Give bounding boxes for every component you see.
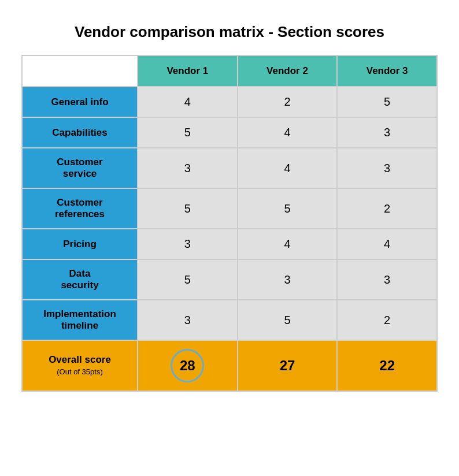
score-vendor2: 2: [238, 87, 338, 117]
page-title: Vendor comparison matrix - Section score…: [21, 23, 438, 41]
score-vendor1: 4: [138, 87, 238, 117]
overall-vendor1: 28: [138, 340, 238, 391]
overall-vendor2: 27: [238, 340, 338, 391]
comparison-matrix: Vendor 1 Vendor 2 Vendor 3 General info4…: [21, 55, 438, 392]
score-vendor1: 5: [138, 188, 238, 229]
score-vendor2: 3: [238, 259, 338, 300]
vendor1-header: Vendor 1: [138, 55, 238, 87]
overall-label: Overall score(Out of 35pts): [22, 340, 138, 391]
score-vendor3: 4: [337, 229, 437, 259]
score-vendor2: 4: [238, 117, 338, 148]
row-label: Pricing: [22, 229, 138, 259]
row-label: Implementationtimeline: [22, 300, 138, 340]
overall-row: Overall score(Out of 35pts)282722: [22, 340, 437, 391]
score-circle-v1: 28: [171, 349, 204, 382]
score-vendor1: 3: [138, 148, 238, 188]
row-label: Capabilities: [22, 117, 138, 148]
table-row: Customerservice343: [22, 148, 437, 188]
row-label: Datasecurity: [22, 259, 138, 300]
score-vendor1: 3: [138, 229, 238, 259]
score-vendor2: 5: [238, 188, 338, 229]
score-vendor2: 5: [238, 300, 338, 340]
score-vendor3: 3: [337, 148, 437, 188]
table-row: Pricing344: [22, 229, 437, 259]
score-vendor3: 2: [337, 188, 437, 229]
score-vendor1: 5: [138, 117, 238, 148]
score-vendor2: 4: [238, 148, 338, 188]
score-vendor3: 2: [337, 300, 437, 340]
row-label: General info: [22, 87, 138, 117]
vendor2-header: Vendor 2: [238, 55, 338, 87]
row-label: Customerreferences: [22, 188, 138, 229]
score-vendor3: 3: [337, 259, 437, 300]
score-vendor3: 3: [337, 117, 437, 148]
overall-vendor3: 22: [337, 340, 437, 391]
table-row: Capabilities543: [22, 117, 437, 148]
row-label: Customerservice: [22, 148, 138, 188]
header-row: Vendor 1 Vendor 2 Vendor 3: [22, 55, 437, 87]
table-row: Customerreferences552: [22, 188, 437, 229]
table-row: General info425: [22, 87, 437, 117]
score-vendor1: 3: [138, 300, 238, 340]
vendor3-header: Vendor 3: [337, 55, 437, 87]
page-container: Vendor comparison matrix - Section score…: [16, 12, 443, 403]
table-row: Datasecurity533: [22, 259, 437, 300]
table-row: Implementationtimeline352: [22, 300, 437, 340]
empty-header: [22, 55, 138, 87]
score-vendor2: 4: [238, 229, 338, 259]
score-vendor1: 5: [138, 259, 238, 300]
score-vendor3: 5: [337, 87, 437, 117]
